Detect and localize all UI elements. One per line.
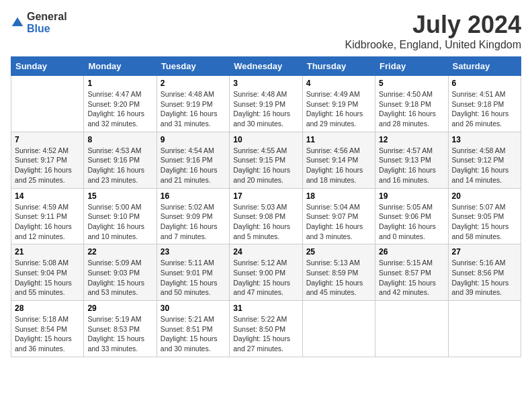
calendar-cell: 13 Sunrise: 4:58 AMSunset: 9:12 PMDaylig… — [448, 132, 521, 188]
day-number: 21 — [15, 247, 80, 257]
calendar-cell: 20 Sunrise: 5:07 AMSunset: 9:05 PMDaylig… — [448, 188, 521, 244]
calendar-cell: 15 Sunrise: 5:00 AMSunset: 9:10 PMDaylig… — [84, 188, 157, 244]
calendar-header: Sunday Monday Tuesday Wednesday Thursday… — [11, 57, 521, 76]
header-wednesday: Wednesday — [230, 57, 302, 76]
day-info: Sunrise: 5:05 AMSunset: 9:06 PMDaylight:… — [379, 202, 444, 242]
calendar-cell: 28 Sunrise: 5:18 AMSunset: 8:54 PMDaylig… — [11, 301, 84, 357]
day-info: Sunrise: 4:54 AMSunset: 9:16 PMDaylight:… — [161, 146, 226, 185]
day-info: Sunrise: 5:12 AMSunset: 9:00 PMDaylight:… — [233, 258, 298, 298]
calendar-cell: 22 Sunrise: 5:09 AMSunset: 9:03 PMDaylig… — [84, 244, 157, 301]
day-number: 20 — [452, 191, 517, 201]
calendar-cell — [375, 301, 448, 357]
calendar-week-1: 1 Sunrise: 4:47 AMSunset: 9:20 PMDayligh… — [11, 76, 521, 132]
day-info: Sunrise: 4:52 AMSunset: 9:17 PMDaylight:… — [15, 146, 80, 185]
day-info: Sunrise: 5:09 AMSunset: 9:03 PMDaylight:… — [87, 258, 152, 298]
day-info: Sunrise: 4:55 AMSunset: 9:15 PMDaylight:… — [233, 146, 298, 185]
day-info: Sunrise: 5:18 AMSunset: 8:54 PMDaylight:… — [15, 314, 80, 354]
calendar-cell: 14 Sunrise: 4:59 AMSunset: 9:11 PMDaylig… — [11, 188, 84, 244]
header-thursday: Thursday — [302, 57, 375, 76]
day-info: Sunrise: 4:58 AMSunset: 9:12 PMDaylight:… — [452, 146, 517, 185]
day-info: Sunrise: 5:21 AMSunset: 8:51 PMDaylight:… — [161, 314, 226, 354]
calendar-cell: 24 Sunrise: 5:12 AMSunset: 9:00 PMDaylig… — [230, 244, 302, 301]
calendar-cell: 4 Sunrise: 4:49 AMSunset: 9:19 PMDayligh… — [302, 76, 375, 132]
logo-blue: Blue — [27, 23, 67, 35]
day-number: 7 — [15, 135, 80, 144]
calendar-cell: 19 Sunrise: 5:05 AMSunset: 9:06 PMDaylig… — [375, 188, 448, 244]
header-sunday: Sunday — [11, 57, 84, 76]
day-number: 25 — [306, 247, 371, 257]
day-number: 11 — [306, 135, 371, 144]
logo-general: General — [27, 11, 67, 23]
calendar-week-2: 7 Sunrise: 4:52 AMSunset: 9:17 PMDayligh… — [11, 132, 521, 188]
calendar-cell — [448, 301, 521, 357]
day-info: Sunrise: 4:59 AMSunset: 9:11 PMDaylight:… — [15, 202, 80, 242]
day-info: Sunrise: 4:57 AMSunset: 9:13 PMDaylight:… — [379, 146, 444, 185]
day-number: 26 — [379, 247, 444, 257]
day-number: 9 — [161, 135, 226, 144]
day-number: 10 — [233, 135, 298, 144]
calendar-cell: 11 Sunrise: 4:56 AMSunset: 9:14 PMDaylig… — [302, 132, 375, 188]
day-number: 27 — [452, 247, 517, 257]
day-info: Sunrise: 5:22 AMSunset: 8:50 PMDaylight:… — [233, 314, 298, 354]
day-number: 29 — [87, 304, 152, 313]
day-info: Sunrise: 4:51 AMSunset: 9:18 PMDaylight:… — [452, 89, 517, 129]
calendar-cell: 18 Sunrise: 5:04 AMSunset: 9:07 PMDaylig… — [302, 188, 375, 244]
day-info: Sunrise: 5:00 AMSunset: 9:10 PMDaylight:… — [87, 202, 152, 242]
logo: General Blue — [11, 11, 67, 34]
day-info: Sunrise: 5:16 AMSunset: 8:56 PMDaylight:… — [452, 258, 517, 298]
day-info: Sunrise: 5:07 AMSunset: 9:05 PMDaylight:… — [452, 202, 517, 242]
day-info: Sunrise: 5:02 AMSunset: 9:09 PMDaylight:… — [161, 202, 226, 242]
calendar-cell: 29 Sunrise: 5:19 AMSunset: 8:53 PMDaylig… — [84, 301, 157, 357]
day-info: Sunrise: 4:53 AMSunset: 9:16 PMDaylight:… — [87, 146, 152, 185]
day-number: 13 — [452, 135, 517, 144]
calendar-cell: 1 Sunrise: 4:47 AMSunset: 9:20 PMDayligh… — [84, 76, 157, 132]
day-number: 28 — [15, 304, 80, 313]
calendar-table: Sunday Monday Tuesday Wednesday Thursday… — [11, 56, 521, 357]
day-number: 18 — [306, 191, 371, 201]
day-info: Sunrise: 4:48 AMSunset: 9:19 PMDaylight:… — [161, 89, 226, 129]
page-header: General Blue July 2024 Kidbrooke, Englan… — [11, 11, 521, 51]
day-number: 2 — [161, 79, 226, 88]
day-info: Sunrise: 4:47 AMSunset: 9:20 PMDaylight:… — [87, 89, 152, 129]
day-number: 14 — [15, 191, 80, 201]
day-info: Sunrise: 4:48 AMSunset: 9:19 PMDaylight:… — [233, 89, 298, 129]
day-number: 16 — [161, 191, 226, 201]
day-info: Sunrise: 5:11 AMSunset: 9:01 PMDaylight:… — [161, 258, 226, 298]
day-info: Sunrise: 5:04 AMSunset: 9:07 PMDaylight:… — [306, 202, 371, 242]
day-number: 1 — [87, 79, 152, 88]
logo-icon — [11, 16, 24, 30]
day-number: 31 — [233, 304, 298, 313]
day-number: 23 — [161, 247, 226, 257]
calendar-cell: 2 Sunrise: 4:48 AMSunset: 9:19 PMDayligh… — [157, 76, 229, 132]
calendar-week-5: 28 Sunrise: 5:18 AMSunset: 8:54 PMDaylig… — [11, 301, 521, 357]
day-info: Sunrise: 5:15 AMSunset: 8:57 PMDaylight:… — [379, 258, 444, 298]
day-number: 4 — [306, 79, 371, 88]
day-number: 19 — [379, 191, 444, 201]
calendar-cell: 21 Sunrise: 5:08 AMSunset: 9:04 PMDaylig… — [11, 244, 84, 301]
day-number: 15 — [87, 191, 152, 201]
calendar-cell — [11, 76, 84, 132]
calendar-cell — [302, 301, 375, 357]
day-number: 5 — [379, 79, 444, 88]
calendar-cell: 6 Sunrise: 4:51 AMSunset: 9:18 PMDayligh… — [448, 76, 521, 132]
header-monday: Monday — [84, 57, 157, 76]
calendar-cell: 30 Sunrise: 5:21 AMSunset: 8:51 PMDaylig… — [157, 301, 229, 357]
day-info: Sunrise: 4:50 AMSunset: 9:18 PMDaylight:… — [379, 89, 444, 129]
calendar-cell: 3 Sunrise: 4:48 AMSunset: 9:19 PMDayligh… — [230, 76, 302, 132]
calendar-cell: 8 Sunrise: 4:53 AMSunset: 9:16 PMDayligh… — [84, 132, 157, 188]
calendar-cell: 16 Sunrise: 5:02 AMSunset: 9:09 PMDaylig… — [157, 188, 229, 244]
logo-text: General Blue — [27, 11, 67, 34]
calendar-body: 1 Sunrise: 4:47 AMSunset: 9:20 PMDayligh… — [11, 76, 521, 357]
day-number: 24 — [233, 247, 298, 257]
day-number: 12 — [379, 135, 444, 144]
day-number: 8 — [87, 135, 152, 144]
day-number: 3 — [233, 79, 298, 88]
calendar-cell: 9 Sunrise: 4:54 AMSunset: 9:16 PMDayligh… — [157, 132, 229, 188]
header-friday: Friday — [375, 57, 448, 76]
day-info: Sunrise: 4:49 AMSunset: 9:19 PMDaylight:… — [306, 89, 371, 129]
day-info: Sunrise: 5:03 AMSunset: 9:08 PMDaylight:… — [233, 202, 298, 242]
day-number: 30 — [161, 304, 226, 313]
day-info: Sunrise: 5:19 AMSunset: 8:53 PMDaylight:… — [87, 314, 152, 354]
day-info: Sunrise: 5:13 AMSunset: 8:59 PMDaylight:… — [306, 258, 371, 298]
calendar-cell: 12 Sunrise: 4:57 AMSunset: 9:13 PMDaylig… — [375, 132, 448, 188]
